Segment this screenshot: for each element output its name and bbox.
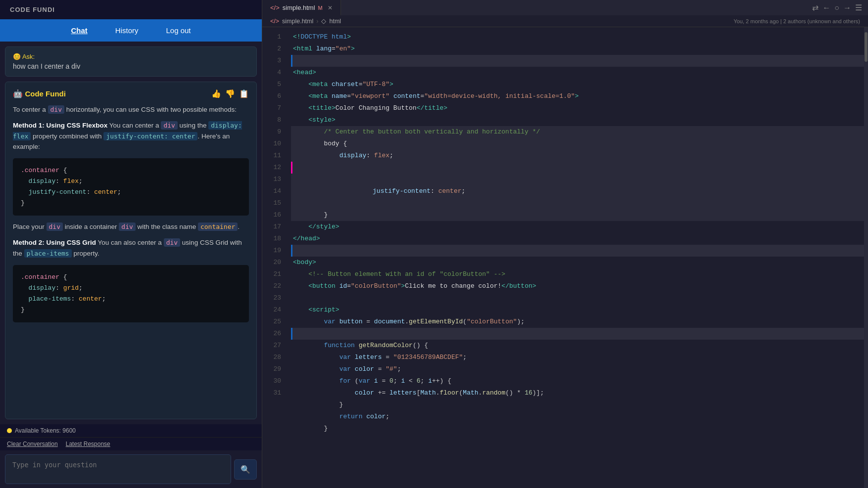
code-div-5: div [164,238,180,247]
ask-icon: 😊 [13,53,21,60]
breadcrumb: </> simple.html › ◇ html [270,17,341,25]
response-header: 🤖 Code Fundi 👍 👎 📋 [13,89,249,98]
line-numbers: 123 456 789 101112 131415 161718 192021 … [262,27,287,488]
thumbs-up-icon[interactable]: 👍 [211,89,221,98]
copy-icon[interactable]: 📋 [239,89,249,98]
editor-topbar: </> simple.html › ◇ html You, 2 months a… [262,15,868,27]
code-line-21: <script> [291,304,864,316]
code-line-29: } [291,399,864,411]
code-line-22: var button = document.getElementById("co… [291,316,864,328]
bottom-links: Clear Conversation Latest Response [0,437,262,450]
bot-icon: 🤖 [13,89,23,98]
gutter-marker [291,162,292,174]
nav-logout[interactable]: Log out [162,24,194,37]
code-line-28: color += letters[Math.floor(Math.random(… [291,387,864,399]
tab-modified-indicator: M [318,5,323,11]
clear-conversation-link[interactable]: Clear Conversation [7,441,58,447]
code-block-1: .container { display: flex; justify-cont… [13,158,249,216]
question-label: 😊 Ask: [13,53,249,60]
code-line-7: <title>Color Changing Button</title> [291,102,864,114]
code-line-5: <meta charset="UTF-8"> [291,79,864,90]
back-icon[interactable]: ← [822,3,830,12]
close-icon[interactable]: ✕ [328,4,333,11]
breadcrumb-file-icon: </> [270,18,279,25]
question-text: how can I center a div [13,62,249,70]
code-line-3 [291,55,864,67]
breadcrumb-symbol: html [329,18,341,25]
window-controls: ⇄ ← ○ → ☰ [812,3,862,12]
code-justify-content: justify-content: center [103,132,197,140]
code-line-2: <html lang="en"> [291,43,864,55]
input-area: 🔍 [5,454,257,484]
code-line-15: </head> [291,233,864,245]
method2-title: Method 2: Using CSS Grid [13,239,96,246]
menu-icon[interactable]: ☰ [855,3,862,12]
response-box: 🤖 Code Fundi 👍 👎 📋 To center a div horiz… [5,82,257,419]
code-line-12: justify-content: center; [291,162,864,209]
thumbs-down-icon[interactable]: 👎 [225,89,235,98]
nav-chat[interactable]: Chat [67,24,91,37]
code-line-25: var letters = "0123456789ABCDEF"; [291,352,864,363]
response-actions: 👍 👎 📋 [211,89,249,98]
code-line-18: <!-- Button element with an id of "color… [291,268,864,280]
send-button[interactable]: 🔍 [234,459,257,480]
response-content: To center a div horizontally, you can us… [13,104,249,322]
token-bar: Available Tokens: 9600 [0,424,262,437]
code-div-3: div [47,222,63,231]
split-editor-icon[interactable]: ⇄ [812,3,819,12]
breadcrumb-symbol-icon: ◇ [321,17,326,25]
code-line-31: } [291,423,864,435]
app-title: CODE FUNDI [0,0,262,19]
code-line-20 [291,292,864,304]
code-line-1: <!DOCTYPE html> [291,31,864,43]
code-line-6: <meta name="viewport" content="width=dev… [291,90,864,102]
code-line-10: body { [291,138,864,150]
token-dot-icon [7,428,12,433]
editor-scrollbar[interactable] [864,27,868,488]
code-place-items: place-items [24,249,72,258]
code-line-4: <head> [291,67,864,79]
circle-icon[interactable]: ○ [834,3,839,12]
token-label: Available Tokens: 9600 [15,427,76,434]
code-line-27: for (var i = 0; i < 6; i++) { [291,375,864,387]
code-line-17: <body> [291,257,864,268]
code-line-11: display: flex; [291,150,864,162]
code-block-2: .container { display: grid; place-items:… [13,265,249,322]
code-line-9: /* Center the button both vertically and… [291,126,864,138]
code-editor: 123 456 789 101112 131415 161718 192021 … [262,27,868,488]
editor-meta: You, 2 months ago | 2 authors (unknown a… [733,18,860,24]
editor-tab-simple-html[interactable]: </> simple.html M ✕ [262,0,341,15]
editor-tabs: </> simple.html M ✕ [262,0,341,15]
chat-input[interactable] [5,454,231,484]
code-line-19: <button id="colorButton">Click me to cha… [291,280,864,292]
code-line-24: function getRandomColor() { [291,340,864,352]
question-box: 😊 Ask: how can I center a div [5,46,257,77]
left-panel: CODE FUNDI Chat History Log out 😊 Ask: h… [0,0,262,488]
response-title: 🤖 Code Fundi [13,89,66,98]
nav-bar: Chat History Log out [0,19,262,42]
code-line-26: var color = "#"; [291,363,864,375]
code-div-2: div [161,121,177,130]
right-panel: </> simple.html M ✕ ⇄ ← ○ → ☰ </> simple… [262,0,868,488]
tab-filename: simple.html [283,4,315,11]
code-content: <!DOCTYPE html> <html lang="en"> <head> … [287,27,864,488]
code-line-23 [291,328,864,340]
file-icon: </> [270,4,280,11]
code-container: container [198,222,238,231]
scrollbar-thumb [865,32,868,62]
code-line-16 [291,245,864,257]
latest-response-link[interactable]: Latest Response [66,441,110,447]
code-div-1: div [48,105,64,114]
breadcrumb-filename: simple.html [282,18,313,25]
code-line-8: <style> [291,114,864,126]
code-line-14: </style> [291,221,864,233]
method1-title: Method 1: Using CSS Flexbox [13,122,107,129]
code-div-4: div [119,222,135,231]
nav-history[interactable]: History [111,24,143,37]
code-line-13: } [291,209,864,221]
code-line-30: return color; [291,411,864,423]
forward-icon[interactable]: → [843,3,851,12]
